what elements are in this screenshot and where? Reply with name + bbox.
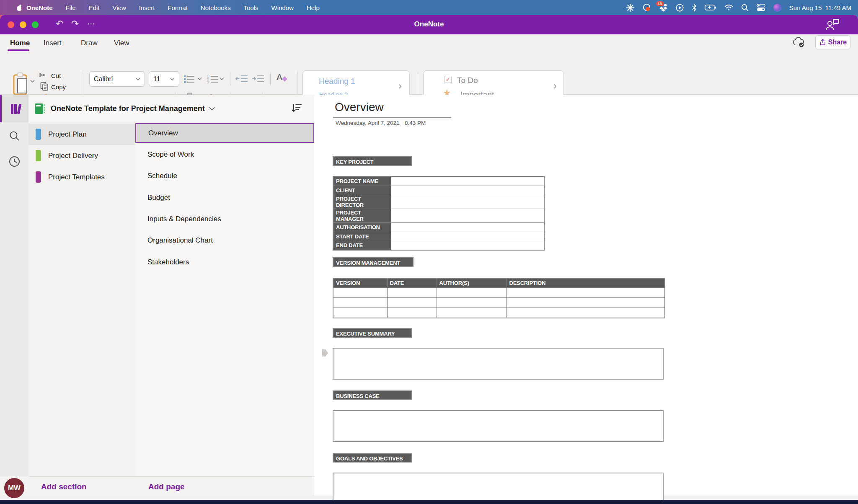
page-item-organisational-chart[interactable]: Organisational Chart	[135, 230, 314, 251]
page-item-overview[interactable]: Overview	[135, 123, 314, 143]
goals-textbox[interactable]	[333, 473, 664, 500]
page-title[interactable]: Overview	[335, 101, 384, 114]
battery-icon[interactable]	[705, 5, 716, 10]
spotlight-search-icon[interactable]	[741, 4, 749, 11]
font-name-select[interactable]: Calibri	[89, 71, 145, 87]
control-center-icon[interactable]	[757, 4, 765, 11]
styles-expand-chevron[interactable]: ›	[398, 80, 402, 92]
key-row-value[interactable]	[391, 176, 544, 186]
page-item-scope-of-work[interactable]: Scope of Work	[135, 144, 314, 165]
feedback-icon[interactable]	[824, 18, 840, 33]
search-icon[interactable]	[9, 131, 20, 143]
version-cell[interactable]	[333, 298, 387, 308]
summary-heading: EXECUTIVE SUMMARY	[333, 328, 412, 338]
recent-notes-icon[interactable]	[9, 156, 20, 169]
copy-button[interactable]: Copy	[51, 83, 66, 90]
indent-button[interactable]	[252, 75, 264, 85]
key-row-value[interactable]	[391, 241, 544, 250]
menubar-item-format[interactable]: Format	[168, 4, 188, 11]
summary-textbox[interactable]	[333, 348, 664, 380]
tab-insert[interactable]: Insert	[44, 39, 62, 47]
avatar[interactable]: MW	[4, 478, 24, 498]
bluetooth-icon[interactable]	[692, 4, 697, 12]
share-icon	[819, 39, 826, 46]
wifi-icon[interactable]	[724, 4, 733, 11]
menubar-item-edit[interactable]: Edit	[89, 4, 100, 11]
menubar-item-file[interactable]: File	[66, 4, 76, 11]
play-status-icon[interactable]	[676, 4, 684, 12]
goals-heading: GOALS AND OBJECTIVES	[333, 453, 412, 463]
version-cell[interactable]	[387, 308, 437, 318]
version-cell[interactable]	[333, 288, 387, 298]
sort-icon[interactable]	[292, 103, 302, 115]
bullet-list-chevron[interactable]	[197, 77, 202, 80]
clear-formatting-button[interactable]: A	[277, 72, 282, 82]
section-item-project-templates[interactable]: Project Templates	[28, 166, 135, 188]
version-cell[interactable]	[437, 298, 507, 308]
key-info-heading: KEY PROJECT INFORMATION	[333, 156, 412, 166]
chevron-down-icon	[170, 78, 175, 81]
page-date: Wednesday, April 7, 2021	[336, 120, 400, 126]
menubar-item-notebooks[interactable]: Notebooks	[201, 4, 231, 11]
siri-icon[interactable]	[773, 4, 781, 12]
tab-home[interactable]: Home	[10, 39, 30, 47]
version-cell[interactable]	[333, 308, 387, 318]
outdent-button[interactable]	[235, 75, 248, 85]
notebook-dropdown-chevron[interactable]	[209, 107, 215, 111]
section-item-project-plan[interactable]: Project Plan	[28, 124, 135, 145]
macos-menubar: OneNote File Edit View Insert Format Not…	[0, 0, 858, 15]
page-item-inputs-dependencies[interactable]: Inputs & Dependencies	[135, 208, 314, 230]
note-canvas[interactable]: Overview Wednesday, April 7, 2021 8:43 P…	[314, 95, 858, 496]
menubar-item-insert[interactable]: Insert	[139, 4, 155, 11]
numbered-list-chevron[interactable]	[220, 77, 224, 80]
version-cell[interactable]	[437, 308, 507, 318]
menubar-item-app[interactable]: OneNote	[26, 4, 53, 11]
share-button[interactable]: Share	[815, 35, 850, 49]
dropbox-icon[interactable]: 13	[659, 3, 668, 12]
page-item-stakeholders[interactable]: Stakeholders	[135, 251, 314, 273]
version-cell[interactable]	[387, 288, 437, 298]
key-row-value[interactable]	[391, 186, 544, 195]
version-cell[interactable]	[387, 298, 437, 308]
version-cell[interactable]	[507, 298, 665, 308]
creative-cloud-icon[interactable]	[642, 3, 651, 12]
sparkle-status-icon[interactable]	[626, 4, 634, 12]
copy-icon	[40, 82, 49, 93]
key-row-value[interactable]	[391, 222, 544, 232]
add-page-button[interactable]: Add page	[148, 482, 185, 491]
todo-tag[interactable]: To Do	[457, 76, 478, 85]
menubar-item-help[interactable]: Help	[307, 4, 320, 11]
version-cell[interactable]	[437, 288, 507, 298]
menubar-item-view[interactable]: View	[113, 4, 126, 11]
heading1-style[interactable]: Heading 1	[319, 77, 355, 86]
bullet-list-button[interactable]	[183, 75, 195, 85]
tab-draw[interactable]: Draw	[81, 39, 98, 47]
menubar-item-window[interactable]: Window	[271, 4, 294, 11]
tags-expand-chevron[interactable]: ›	[553, 80, 557, 92]
key-row-value[interactable]	[391, 209, 544, 222]
page-item-schedule[interactable]: Schedule	[135, 165, 314, 186]
business-textbox[interactable]	[333, 410, 664, 442]
sync-status-icon[interactable]	[792, 37, 805, 49]
paste-dropdown-chevron[interactable]	[30, 80, 35, 83]
key-row-value[interactable]	[391, 195, 544, 209]
menubar-clock[interactable]: Sun Aug 15 11:49 AM	[789, 4, 851, 11]
tab-view[interactable]: View	[114, 39, 129, 47]
version-empty-row	[333, 308, 665, 318]
section-item-project-delivery[interactable]: Project Delivery	[28, 145, 135, 166]
version-cell[interactable]	[507, 288, 665, 298]
notebook-title[interactable]: OneNote Template for Project Management	[51, 104, 205, 113]
font-size-select[interactable]: 11	[149, 71, 179, 87]
version-col-header: VERSION	[333, 278, 387, 288]
menubar-item-tools[interactable]: Tools	[244, 4, 258, 11]
cut-button[interactable]: Cut	[51, 72, 61, 79]
apple-menu[interactable]	[16, 4, 23, 12]
add-section-button[interactable]: Add section	[41, 482, 87, 491]
key-row-value[interactable]	[391, 232, 544, 241]
note-container-marker[interactable]	[322, 349, 328, 357]
notebooks-rail-item[interactable]	[0, 95, 28, 122]
version-cell[interactable]	[507, 308, 665, 318]
page-item-budget[interactable]: Budget	[135, 187, 314, 208]
key-row-label: PROJECT NAME	[333, 176, 391, 186]
numbered-list-button[interactable]: 123	[207, 75, 218, 85]
